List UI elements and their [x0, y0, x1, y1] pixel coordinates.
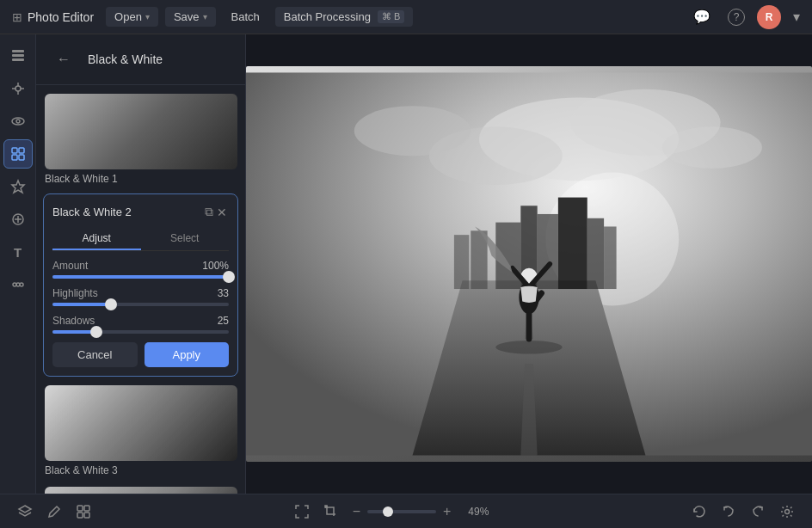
grid-view-icon [76, 504, 91, 519]
canvas-image [246, 66, 812, 462]
zoom-out-button[interactable]: − [353, 504, 360, 519]
filter-item-label: Black & White 3 [45, 464, 237, 476]
icon-sidebar: T [0, 34, 36, 494]
fit-screen-button[interactable] [294, 504, 310, 519]
app-logo: ⊞ Photo Editor [7, 10, 99, 24]
sidebar-layers-button[interactable] [3, 41, 33, 71]
highlights-label: Highlights [52, 287, 98, 299]
highlights-slider-row: Highlights 33 [52, 287, 229, 306]
zoom-out-icon: − [353, 504, 360, 519]
svg-rect-12 [12, 155, 17, 160]
batch-processing-label: Batch Processing [284, 10, 371, 23]
save-chevron-icon: ▾ [203, 12, 207, 21]
tab-adjust[interactable]: Adjust [52, 228, 141, 250]
sidebar-text-button[interactable]: T [3, 237, 33, 267]
undo-button[interactable] [721, 504, 736, 519]
layers-icon [17, 504, 33, 519]
settings-icon [779, 504, 795, 519]
batch-button[interactable]: Batch [223, 7, 268, 27]
svg-rect-1 [12, 54, 24, 57]
svg-rect-34 [604, 226, 617, 289]
filter-thumbnail [45, 94, 237, 169]
sidebar-adjust-button[interactable] [3, 74, 33, 103]
text-icon: T [14, 245, 22, 260]
batch-kbd: ⌘ B [378, 10, 404, 23]
open-button[interactable]: Open ▾ [106, 7, 158, 27]
brush-button[interactable] [46, 504, 62, 519]
svg-rect-11 [19, 148, 24, 153]
grid-view-button[interactable] [76, 504, 91, 519]
zoom-in-button[interactable]: + [443, 504, 451, 519]
svg-rect-36 [454, 235, 469, 289]
svg-rect-35 [471, 230, 487, 289]
sidebar-effects-button[interactable] [3, 172, 33, 201]
bottombar: − + 49% [0, 494, 812, 528]
batch-label: Batch [231, 10, 260, 23]
settings-button[interactable] [779, 504, 795, 519]
save-label: Save [174, 10, 200, 23]
topbar: ⊞ Photo Editor Open ▾ Save ▾ Batch Batch… [0, 0, 812, 34]
back-button[interactable]: ← [46, 43, 81, 76]
batch-processing-button[interactable]: Batch Processing ⌘ B [275, 7, 414, 27]
edit-tabs: Adjust Select [52, 228, 229, 251]
cancel-button[interactable]: Cancel [52, 342, 138, 367]
sidebar-view-button[interactable] [3, 107, 33, 136]
refresh-button[interactable] [692, 504, 707, 519]
zoom-slider[interactable] [367, 510, 436, 513]
svg-rect-0 [12, 50, 24, 52]
fit-screen-icon [294, 504, 310, 519]
list-item[interactable]: Black White [36, 482, 245, 494]
amount-value: 100% [202, 260, 229, 272]
svg-rect-47 [84, 513, 89, 518]
amount-label: Amount [52, 260, 88, 272]
help-icon: ? [728, 9, 745, 26]
grid-icon: ⊞ [12, 10, 22, 24]
filter-list: Black & White 1 Black & White 2 ⧉ ✕ Adju… [36, 85, 245, 494]
main-content: T ← Black & White Black & White 1 Black … [0, 34, 812, 494]
svg-rect-32 [558, 198, 587, 289]
tab-select[interactable]: Select [141, 228, 230, 250]
svg-point-23 [662, 126, 762, 168]
close-edit-button[interactable]: ✕ [215, 204, 229, 221]
sidebar-filter-button[interactable] [3, 139, 33, 169]
shadows-value: 25 [218, 315, 229, 327]
filter-item-label: Black & White 1 [45, 173, 237, 185]
list-item[interactable]: Black & White 3 [36, 380, 245, 482]
svg-rect-13 [19, 155, 24, 160]
crop-icon [323, 504, 339, 519]
filter-panel-header: ← Black & White [36, 34, 245, 85]
user-avatar[interactable]: R [757, 5, 781, 29]
copy-icon-button[interactable]: ⧉ [203, 203, 215, 221]
list-item[interactable]: Black & White 1 [36, 85, 245, 190]
undo-icon [721, 504, 736, 519]
user-chevron-button[interactable]: ▾ [788, 5, 805, 28]
zoom-controls: − + 49% [353, 504, 489, 519]
sidebar-shapes-button[interactable] [3, 205, 33, 234]
filter-thumbnail [45, 487, 237, 494]
zoom-percentage: 49% [458, 506, 489, 518]
highlights-slider[interactable] [52, 303, 229, 306]
chat-button[interactable]: 💬 [688, 5, 716, 28]
filter-thumbnail [45, 385, 237, 461]
filter-panel-title: Black & White [88, 52, 163, 66]
layers-button[interactable] [17, 504, 33, 519]
amount-slider-row: Amount 100% [52, 260, 229, 279]
amount-slider[interactable] [52, 275, 229, 279]
refresh-icon [692, 504, 707, 519]
redo-button[interactable] [750, 504, 766, 519]
save-button[interactable]: Save ▾ [165, 7, 216, 27]
svg-point-9 [16, 120, 20, 123]
crop-button[interactable] [323, 504, 339, 519]
app-title: Photo Editor [28, 10, 94, 24]
svg-point-3 [15, 86, 21, 91]
svg-point-22 [354, 106, 471, 156]
edit-panel-header: Black & White 2 ⧉ ✕ [52, 203, 229, 221]
svg-point-8 [12, 118, 24, 125]
svg-rect-33 [587, 218, 604, 289]
filter-edit-panel: Black & White 2 ⧉ ✕ Adjust Select Amount… [43, 193, 238, 377]
sidebar-misc-button[interactable] [3, 270, 33, 299]
apply-button[interactable]: Apply [145, 342, 230, 367]
shadows-slider[interactable] [52, 330, 229, 334]
help-button[interactable]: ? [723, 5, 750, 29]
svg-rect-44 [77, 506, 83, 511]
